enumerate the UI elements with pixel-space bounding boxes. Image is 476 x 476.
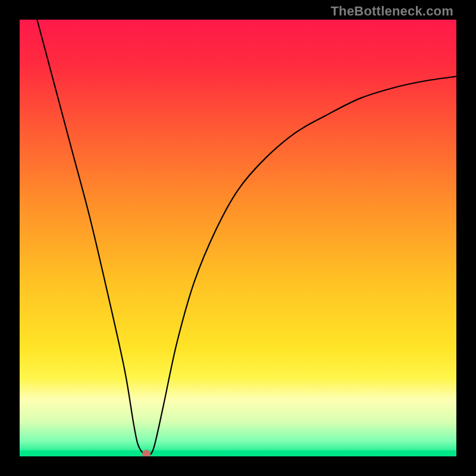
chart-frame: TheBottleneck.com	[0, 0, 476, 476]
minimum-marker-dot	[142, 450, 151, 456]
green-band	[20, 450, 456, 456]
plot-area	[20, 20, 456, 456]
watermark-text: TheBottleneck.com	[331, 4, 453, 19]
svg-rect-0	[20, 20, 456, 456]
gradient-background	[20, 20, 456, 456]
